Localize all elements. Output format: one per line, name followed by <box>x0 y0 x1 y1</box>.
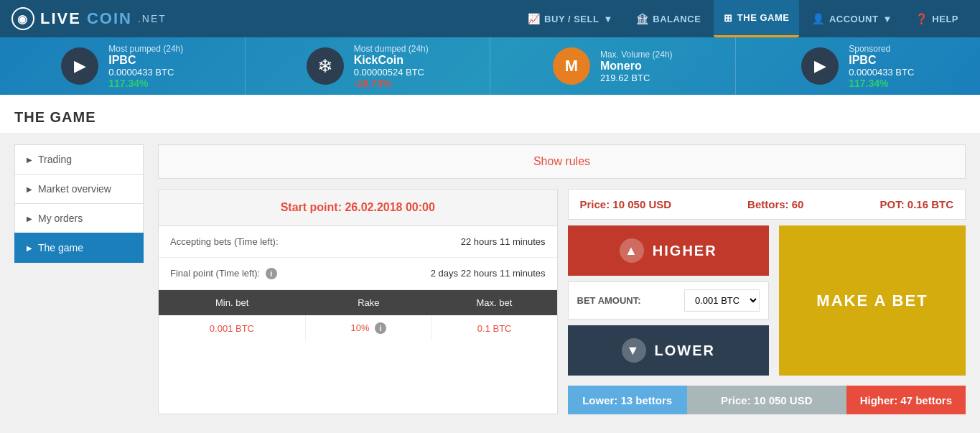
main-content: ▶ Trading ▶ Market overview ▶ My orders … <box>0 133 980 426</box>
pot-label: POT: 0.16 BTC <box>879 198 953 210</box>
balance-icon: 🏦 <box>636 13 649 24</box>
ticker-name-dumped: KickCoin <box>354 54 429 67</box>
start-point-header: Start point: 26.02.2018 00:00 <box>159 190 557 226</box>
final-point-label: Final point (Time left): i <box>170 268 358 279</box>
sidebar-item-market-overview[interactable]: ▶ Market overview <box>14 174 144 203</box>
bet-table: Min. bet Rake Max. bet 0.001 BTC 10% i <box>159 290 557 341</box>
logo-live: LIVE <box>40 9 81 28</box>
ticker-coin-icon-ipbc-pumped: ▶ <box>61 47 98 85</box>
ticker-label-sponsored: Sponsored <box>849 44 914 54</box>
start-point-text: Start point: 26.02.2018 00:00 <box>281 201 435 213</box>
right-game-flex: ▲ HIGHER BET AMOUNT: 0.001 BTC 0.01 BTC … <box>568 225 966 376</box>
ticker-change-pumped: 117.34% <box>108 78 183 89</box>
ticker-name-pumped: IPBC <box>108 54 183 67</box>
sidebar-item-trading[interactable]: ▶ Trading <box>14 144 144 174</box>
nav-buy-sell[interactable]: 📈 BUY / SELL ▼ <box>518 0 623 37</box>
nav-help[interactable]: ❓ HELP <box>905 0 969 37</box>
bet-amount-label: BET AMOUNT: <box>577 295 641 306</box>
ticker-label-pumped: Most pumped (24h) <box>108 44 183 54</box>
ticker-price-volume: 219.62 BTC <box>600 73 673 83</box>
bet-table-max-val: 0.1 BTC <box>431 315 556 341</box>
arrow-icon-trading: ▶ <box>27 156 32 164</box>
ticker-info-sponsored: Sponsored IPBC 0.0000433 BTC 117.34% <box>849 44 914 89</box>
content-area: Show rules Start point: 26.02.2018 00:00… <box>158 144 966 414</box>
final-point-value: 2 days 22 hours 11 minutes <box>358 268 545 279</box>
chevron-down-icon: ▼ <box>603 14 612 24</box>
page-title: THE GAME <box>14 109 966 126</box>
info-icon-final[interactable]: i <box>266 268 277 279</box>
ticker-name-sponsored: IPBC <box>849 54 914 67</box>
ticker-price-pumped: 0.0000433 BTC <box>108 67 183 78</box>
ticker-change-dumped: -18.73% <box>354 78 429 89</box>
ticker-coin-icon-kickcoin: ❄ <box>307 47 344 85</box>
show-rules-bar[interactable]: Show rules <box>158 144 966 179</box>
logo: ◉ LIVECOIN.NET <box>11 7 167 30</box>
bet-amount-select[interactable]: 0.001 BTC 0.01 BTC 0.1 BTC <box>684 289 760 312</box>
accepting-bets-label: Accepting bets (Time left): <box>170 236 358 247</box>
header: ◉ LIVECOIN.NET 📈 BUY / SELL ▼ 🏦 BALANCE … <box>0 0 980 37</box>
bettors-label: Bettors: 60 <box>747 198 803 210</box>
ticker-info-pumped: Most pumped (24h) IPBC 0.0000433 BTC 117… <box>108 44 183 89</box>
lower-arrow-icon: ▼ <box>622 338 646 363</box>
sidebar-item-the-game[interactable]: ▶ The game <box>14 233 144 263</box>
bet-table-header-rake: Rake <box>305 290 431 315</box>
right-area: Price: 10 050 USD Bettors: 60 POT: 0.16 … <box>568 189 966 414</box>
logo-net: .NET <box>138 13 167 24</box>
accepting-bets-value: 22 hours 11 minutes <box>358 236 545 247</box>
ticker-item-volume[interactable]: M Max. Volume (24h) Monero 219.62 BTC <box>490 37 736 95</box>
ticker-item-sponsored[interactable]: ▶ Sponsored IPBC 0.0000433 BTC 117.34% <box>736 37 981 95</box>
price-label: Price: 10 050 USD <box>580 198 672 210</box>
bottom-bar: Lower: 13 bettors Price: 10 050 USD High… <box>568 386 966 414</box>
higher-button[interactable]: ▲ HIGHER <box>568 225 770 276</box>
ticker-coin-icon-monero: M <box>553 47 590 85</box>
chevron-down-icon-account: ▼ <box>882 14 892 24</box>
table-row: 0.001 BTC 10% i 0.1 BTC <box>159 315 557 341</box>
ticker-info-volume: Max. Volume (24h) Monero 219.62 BTC <box>600 50 673 83</box>
right-header: Price: 10 050 USD Bettors: 60 POT: 0.16 … <box>568 189 966 220</box>
logo-icon: ◉ <box>11 7 34 30</box>
arrow-icon-market: ▶ <box>27 185 32 193</box>
bet-table-rake-val: 10% i <box>305 315 431 341</box>
main-nav: 📈 BUY / SELL ▼ 🏦 BALANCE ⊞ THE GAME 👤 AC… <box>518 0 969 37</box>
ticker-name-volume: Monero <box>600 60 673 73</box>
buttons-area: ▲ HIGHER BET AMOUNT: 0.001 BTC 0.01 BTC … <box>568 225 770 376</box>
grid-icon: ⊞ <box>724 12 733 24</box>
arrow-icon-orders: ▶ <box>27 215 32 223</box>
left-panel: Start point: 26.02.2018 00:00 Accepting … <box>158 189 558 414</box>
chart-icon: 📈 <box>528 13 541 24</box>
account-icon: 👤 <box>812 13 825 24</box>
bet-amount-row: BET AMOUNT: 0.001 BTC 0.01 BTC 0.1 BTC <box>568 281 770 320</box>
nav-account[interactable]: 👤 ACCOUNT ▼ <box>802 0 902 37</box>
arrow-icon-game: ▶ <box>27 244 32 252</box>
bet-table-header-max: Max. bet <box>431 290 556 315</box>
help-icon: ❓ <box>915 13 928 24</box>
ticker-label-dumped: Most dumped (24h) <box>354 44 429 54</box>
ticker-price-sponsored: 0.0000433 BTC <box>849 67 914 78</box>
higher-arrow-icon: ▲ <box>620 238 644 263</box>
ticker-banner: ▶ Most pumped (24h) IPBC 0.0000433 BTC 1… <box>0 37 980 95</box>
show-rules-text: Show rules <box>533 155 590 167</box>
nav-balance[interactable]: 🏦 BALANCE <box>626 0 711 37</box>
ticker-info-dumped: Most dumped (24h) KickCoin 0.00000524 BT… <box>354 44 429 89</box>
bottom-bar-higher: Higher: 47 bettors <box>846 386 966 414</box>
make-a-bet-button[interactable]: MAKE A BET <box>779 225 966 376</box>
accepting-bets-row: Accepting bets (Time left): 22 hours 11 … <box>159 226 557 258</box>
sidebar: ▶ Trading ▶ Market overview ▶ My orders … <box>14 144 144 414</box>
bet-table-header-min: Min. bet <box>159 290 305 315</box>
ticker-coin-icon-ipbc-sponsored: ▶ <box>801 47 839 85</box>
ticker-label-volume: Max. Volume (24h) <box>600 50 673 60</box>
final-point-row: Final point (Time left): i 2 days 22 hou… <box>159 258 557 290</box>
sidebar-item-my-orders[interactable]: ▶ My orders <box>14 203 144 233</box>
ticker-price-dumped: 0.00000524 BTC <box>354 67 429 78</box>
lower-button[interactable]: ▼ LOWER <box>568 325 770 376</box>
nav-the-game[interactable]: ⊞ THE GAME <box>714 0 799 37</box>
make-a-bet-panel: MAKE A BET <box>779 225 966 376</box>
page-title-section: THE GAME <box>0 95 980 133</box>
bet-table-min-val: 0.001 BTC <box>159 315 305 341</box>
ticker-item-pumped[interactable]: ▶ Most pumped (24h) IPBC 0.0000433 BTC 1… <box>0 37 246 95</box>
game-area: Start point: 26.02.2018 00:00 Accepting … <box>158 189 966 414</box>
bottom-bar-price: Price: 10 050 USD <box>687 386 846 414</box>
ticker-item-dumped[interactable]: ❄ Most dumped (24h) KickCoin 0.00000524 … <box>246 37 491 95</box>
bottom-bar-lower: Lower: 13 bettors <box>568 386 687 414</box>
info-icon-rake[interactable]: i <box>375 322 386 334</box>
